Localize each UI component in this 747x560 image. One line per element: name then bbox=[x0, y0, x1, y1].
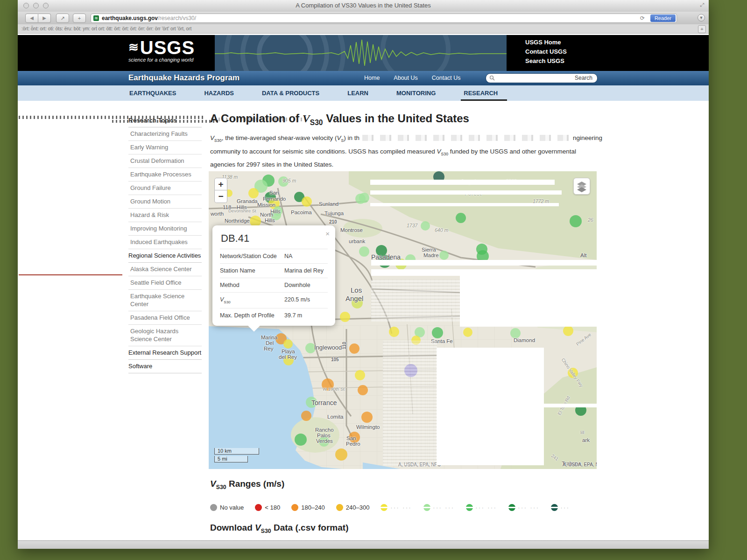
legend-label: 240–300 bbox=[346, 504, 370, 511]
nav-link[interactable]: About Us bbox=[394, 75, 417, 81]
address-bar[interactable]: ≋ earthquake.usgs.gov/research/vs30/ ⟳ R… bbox=[91, 14, 677, 23]
add-bookmark-button[interactable]: + bbox=[698, 25, 706, 33]
bookmarks-bar: :ört: ö̈nt: ort: oti: öts: ëru: böt: ym:… bbox=[18, 24, 709, 34]
usgs-link[interactable]: Contact USGS bbox=[525, 47, 567, 56]
sidebar-item[interactable]: Crustal Deformation bbox=[128, 154, 202, 168]
map-marker[interactable] bbox=[335, 448, 347, 461]
map-label: San bbox=[346, 435, 356, 441]
layers-button[interactable] bbox=[573, 178, 590, 195]
legend-dot-icon bbox=[381, 504, 388, 511]
sidebar-item[interactable]: Induced Earthquakes bbox=[128, 236, 202, 249]
map-label: W 190th St bbox=[323, 386, 345, 392]
map-marker[interactable] bbox=[302, 196, 312, 207]
map-marker[interactable] bbox=[421, 221, 430, 231]
map-marker[interactable] bbox=[359, 193, 369, 203]
sidebar-item[interactable]: Characterizing Faults bbox=[128, 127, 202, 141]
tab-monitoring[interactable]: MONITORING bbox=[395, 85, 437, 101]
tab-learn[interactable]: LEARN bbox=[346, 85, 369, 101]
horizontal-scrollbar[interactable] bbox=[18, 540, 709, 549]
program-links: HomeAbout UsContact Us bbox=[364, 75, 461, 81]
map-marker[interactable] bbox=[439, 251, 449, 260]
map-label: Rey bbox=[264, 346, 273, 351]
map-label: 26 bbox=[588, 217, 593, 223]
map-marker[interactable] bbox=[301, 411, 311, 421]
sidebar-section-header[interactable]: Regional Science Activities bbox=[128, 249, 202, 263]
map-marker[interactable] bbox=[349, 343, 359, 354]
popup-row: Max. Depth of Profile39.7 m bbox=[220, 308, 328, 322]
share-button[interactable]: ↗ bbox=[56, 14, 69, 23]
zoom-out-button[interactable]: − bbox=[214, 190, 227, 203]
sidebar-item[interactable]: Ground Motion bbox=[128, 195, 202, 209]
popup-row-value: 220.5 m/s bbox=[284, 296, 328, 304]
back-button[interactable]: ◀ bbox=[25, 14, 38, 23]
map-label: Torrance bbox=[311, 399, 337, 406]
map-marker[interactable] bbox=[570, 215, 582, 227]
map-label: Pacoima bbox=[291, 210, 312, 215]
browser-window: A Compilation of VS30 Values in the Unit… bbox=[18, 0, 709, 549]
nav-link[interactable]: Home bbox=[364, 75, 380, 81]
map-marker[interactable] bbox=[389, 327, 399, 337]
sidebar-item[interactable]: Geologic Hazards Science Center bbox=[128, 325, 202, 346]
sidebar-item[interactable]: Hazard & Risk bbox=[128, 209, 202, 222]
map-marker[interactable] bbox=[358, 385, 368, 395]
map-marker[interactable] bbox=[359, 246, 369, 257]
intro-line1-end: ngineering bbox=[573, 133, 602, 143]
usgs-header-links: USGS HomeContact USGSSearch USGS bbox=[525, 38, 567, 66]
tab-research[interactable]: RESEARCH bbox=[463, 85, 499, 101]
map-label: Alt bbox=[580, 252, 586, 258]
map-label: Northridge bbox=[225, 218, 250, 224]
search-input[interactable]: Search bbox=[486, 73, 598, 83]
sidebar-item[interactable]: Seattle Field Office bbox=[128, 276, 202, 290]
refresh-icon[interactable]: ⟳ bbox=[640, 14, 645, 22]
sidebar-item[interactable]: Earthquake Processes bbox=[128, 168, 202, 182]
map-marker[interactable] bbox=[463, 328, 472, 337]
map-marker[interactable] bbox=[355, 370, 365, 380]
sidebar-section-header[interactable]: External Research Support bbox=[128, 346, 202, 360]
sidebar-section-header[interactable]: Software bbox=[128, 360, 202, 373]
layers-icon bbox=[574, 178, 590, 194]
map-marker[interactable] bbox=[432, 327, 443, 338]
zoom-in-button[interactable]: + bbox=[214, 178, 227, 190]
glitch-artifact bbox=[489, 404, 597, 407]
tab-earthquakes[interactable]: EARTHQUAKES bbox=[128, 85, 177, 101]
reader-button[interactable]: Reader bbox=[650, 14, 676, 22]
downloads-button[interactable]: ▼ bbox=[698, 14, 705, 21]
download-heading[interactable]: Download VS30 Data (.csv format) bbox=[210, 523, 349, 534]
forward-button[interactable]: ▶ bbox=[38, 14, 51, 23]
sidebar-item[interactable]: Pasadena Field Office bbox=[128, 311, 202, 325]
map-label: Rancho bbox=[315, 427, 334, 433]
map-marker[interactable] bbox=[563, 326, 573, 336]
map-marker[interactable] bbox=[283, 339, 293, 349]
usgs-logo[interactable]: ≋USGS science for a changing world bbox=[128, 37, 215, 69]
sidebar-item[interactable]: Alaska Science Center bbox=[128, 263, 202, 276]
usgs-link[interactable]: USGS Home bbox=[525, 38, 567, 47]
map-marker[interactable] bbox=[340, 312, 350, 322]
map-label: Wilmingto bbox=[356, 424, 380, 430]
map-marker[interactable] bbox=[361, 412, 373, 423]
fullscreen-icon[interactable]: ⤢ bbox=[700, 2, 704, 8]
map-marker[interactable] bbox=[510, 328, 521, 338]
sidebar-section-header[interactable]: Research Topics bbox=[128, 114, 202, 127]
map-label: Sierra bbox=[422, 247, 436, 252]
usgs-link[interactable]: Search USGS bbox=[525, 56, 567, 66]
popup-close-icon[interactable]: × bbox=[325, 230, 330, 238]
search-button[interactable]: Search bbox=[575, 75, 592, 81]
sidebar-item[interactable]: Earthquake Science Center bbox=[128, 290, 202, 311]
legend-label: ··· ··· bbox=[518, 505, 540, 511]
map-label: Pedro bbox=[346, 441, 360, 447]
map-marker[interactable] bbox=[456, 213, 466, 223]
legend-label: ··· ··· bbox=[433, 505, 455, 511]
map-marker[interactable] bbox=[295, 434, 307, 446]
program-nav: Earthquake Hazards Program HomeAbout UsC… bbox=[18, 71, 709, 86]
map[interactable]: 1138 m905 mSanFernandoGranada118—HillsMi… bbox=[209, 171, 597, 469]
nav-link[interactable]: Contact Us bbox=[432, 75, 461, 81]
sidebar-item[interactable]: Early Warning bbox=[128, 141, 202, 154]
new-tab-button[interactable]: + bbox=[73, 14, 86, 23]
tab-data-products[interactable]: DATA & PRODUCTS bbox=[261, 85, 320, 101]
popup-row: MethodDownhole bbox=[220, 278, 328, 292]
tab-hazards[interactable]: HAZARDS bbox=[203, 85, 235, 101]
sidebar-item[interactable]: Improving Monitoring bbox=[128, 222, 202, 236]
map-marker[interactable] bbox=[248, 188, 259, 198]
legend-dot-icon bbox=[291, 504, 298, 511]
sidebar-item[interactable]: Ground Failure bbox=[128, 182, 202, 195]
